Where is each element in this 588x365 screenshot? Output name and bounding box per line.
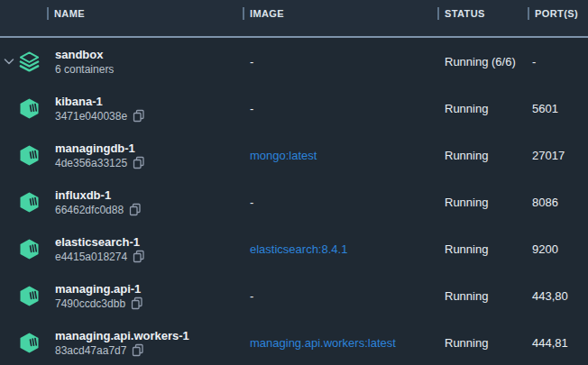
name-cell: sandbox 6 containers xyxy=(0,47,243,77)
name-cell: elasticsearch-1 e4415a018274 xyxy=(0,234,243,264)
container-id: e4415a018274 xyxy=(55,250,127,264)
image-cell: - xyxy=(243,55,437,68)
status-cell: Running (6/6) xyxy=(437,55,528,68)
table-header: NAME IMAGE STATUS PORT(S) xyxy=(0,0,588,38)
column-divider xyxy=(528,7,529,20)
chevron-spacer xyxy=(4,244,14,253)
name-cell: managing.api.workers-1 83acd47aa7d7 xyxy=(0,328,243,358)
column-header-image-label: IMAGE xyxy=(250,8,284,19)
chevron-spacer xyxy=(4,104,14,113)
table-row-sandbox[interactable]: sandbox 6 containers - Running (6/6) - xyxy=(0,38,588,85)
column-header-ports: PORT(S) xyxy=(528,7,588,20)
container-icon xyxy=(18,285,41,307)
chevron-spacer xyxy=(4,338,14,347)
container-icon xyxy=(18,97,41,120)
container-icon xyxy=(18,332,41,354)
table-row-managing-api-1[interactable]: managing.api-1 7490ccdc3dbb - Running 44… xyxy=(0,272,588,319)
column-divider xyxy=(243,7,244,20)
status-cell: Running xyxy=(437,336,528,350)
container-icon xyxy=(18,238,41,260)
copy-icon[interactable] xyxy=(129,203,142,216)
container-id: 83acd47aa7d7 xyxy=(55,343,126,358)
image-link[interactable]: elasticsearch:8.4.1 xyxy=(243,242,437,256)
column-header-status: STATUS xyxy=(437,7,528,20)
copy-icon[interactable] xyxy=(133,250,145,263)
container-name: elasticsearch-1 xyxy=(55,234,145,250)
image-cell: - xyxy=(243,196,437,209)
chevron-down-icon[interactable] xyxy=(4,57,14,66)
table-row-kibana-1[interactable]: kibana-1 3471e040038e - Running 5601 xyxy=(0,85,588,132)
column-header-ports-label: PORT(S) xyxy=(535,8,578,19)
table-row-managingdb-1[interactable]: managingdb-1 4de356a33125 mongo:latest R… xyxy=(0,132,588,178)
container-name: managingdb-1 xyxy=(55,141,145,156)
column-header-status-label: STATUS xyxy=(445,8,485,19)
chevron-spacer xyxy=(4,151,14,160)
copy-icon[interactable] xyxy=(133,156,145,169)
image-cell: - xyxy=(243,102,437,115)
name-cell: managing.api-1 7490ccdc3dbb xyxy=(0,281,243,311)
column-divider xyxy=(47,7,49,20)
name-cell: influxdb-1 66462dfc0d88 xyxy=(0,187,243,217)
copy-icon[interactable] xyxy=(131,297,143,310)
image-link[interactable]: managing.api.workers:latest xyxy=(243,336,437,350)
chevron-spacer xyxy=(4,291,14,300)
chevron-spacer xyxy=(4,197,14,206)
container-id: 66462dfc0d88 xyxy=(55,203,124,217)
ports-cell: 444,81 xyxy=(528,336,588,350)
container-count: 6 containers xyxy=(55,62,114,77)
ports-cell: 443,80 xyxy=(528,289,588,303)
column-divider xyxy=(437,7,439,20)
image-link[interactable]: mongo:latest xyxy=(243,149,437,162)
table-row-influxdb-1[interactable]: influxdb-1 66462dfc0d88 - Running 8086 xyxy=(0,178,588,225)
column-header-name: NAME xyxy=(0,7,243,20)
ports-cell: 5601 xyxy=(528,102,588,115)
containers-table-body: sandbox 6 containers - Running (6/6) - k… xyxy=(0,38,588,365)
status-cell: Running xyxy=(437,102,528,115)
copy-icon[interactable] xyxy=(132,343,144,357)
name-cell: managingdb-1 4de356a33125 xyxy=(0,141,243,170)
status-cell: Running xyxy=(437,196,528,209)
container-name: managing.api.workers-1 xyxy=(55,328,189,343)
container-name: influxdb-1 xyxy=(55,187,142,203)
container-id: 3471e040038e xyxy=(55,109,127,123)
container-icon xyxy=(18,191,41,214)
table-row-managing-api-workers-1[interactable]: managing.api.workers-1 83acd47aa7d7 mana… xyxy=(0,319,588,365)
ports-cell: - xyxy=(528,55,588,68)
container-icon xyxy=(18,144,41,167)
table-row-elasticsearch-1[interactable]: elasticsearch-1 e4415a018274 elasticsear… xyxy=(0,225,588,272)
status-cell: Running xyxy=(437,289,528,303)
containers-list-screen: { "colors": { "header_bg": "#232e3a", "b… xyxy=(0,0,588,365)
status-cell: Running xyxy=(437,242,528,256)
ports-cell: 9200 xyxy=(528,242,588,256)
name-cell: kibana-1 3471e040038e xyxy=(0,94,243,123)
copy-icon[interactable] xyxy=(133,109,145,123)
container-name: sandbox xyxy=(55,47,114,62)
column-header-image: IMAGE xyxy=(243,7,437,20)
status-cell: Running xyxy=(437,149,528,162)
container-id: 7490ccdc3dbb xyxy=(55,297,125,311)
ports-cell: 8086 xyxy=(528,196,588,209)
stack-icon xyxy=(18,50,41,73)
container-name: managing.api-1 xyxy=(55,281,143,297)
container-name: kibana-1 xyxy=(55,94,145,109)
image-cell: - xyxy=(243,289,437,303)
ports-cell: 27017 xyxy=(528,149,588,162)
container-id: 4de356a33125 xyxy=(55,156,127,170)
column-header-name-label: NAME xyxy=(54,8,85,19)
